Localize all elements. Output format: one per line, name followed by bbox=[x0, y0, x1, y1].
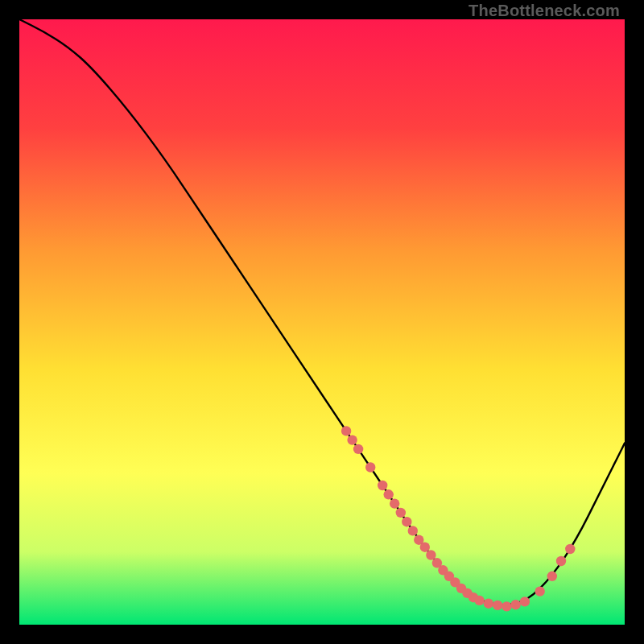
data-marker bbox=[547, 572, 557, 581]
data-marker bbox=[535, 586, 545, 596]
data-marker bbox=[520, 597, 530, 606]
data-marker bbox=[408, 526, 418, 535]
chart-frame bbox=[19, 19, 625, 625]
data-marker bbox=[565, 544, 575, 554]
data-marker bbox=[390, 498, 399, 508]
data-marker bbox=[510, 600, 520, 609]
data-marker bbox=[556, 556, 566, 566]
gradient-background bbox=[19, 19, 625, 625]
data-marker bbox=[341, 426, 351, 436]
data-marker bbox=[502, 601, 511, 611]
data-marker bbox=[474, 596, 484, 605]
data-marker bbox=[396, 508, 406, 518]
watermark-text: TheBottleneck.com bbox=[469, 2, 620, 20]
data-marker bbox=[493, 601, 502, 610]
data-marker bbox=[347, 435, 357, 444]
data-marker bbox=[365, 462, 375, 472]
data-marker bbox=[353, 444, 363, 454]
chart-svg bbox=[19, 19, 625, 625]
data-marker bbox=[484, 599, 493, 609]
data-marker bbox=[378, 481, 387, 490]
data-marker bbox=[420, 543, 430, 552]
data-marker bbox=[402, 517, 411, 526]
data-marker bbox=[384, 489, 394, 499]
data-marker bbox=[426, 550, 436, 559]
